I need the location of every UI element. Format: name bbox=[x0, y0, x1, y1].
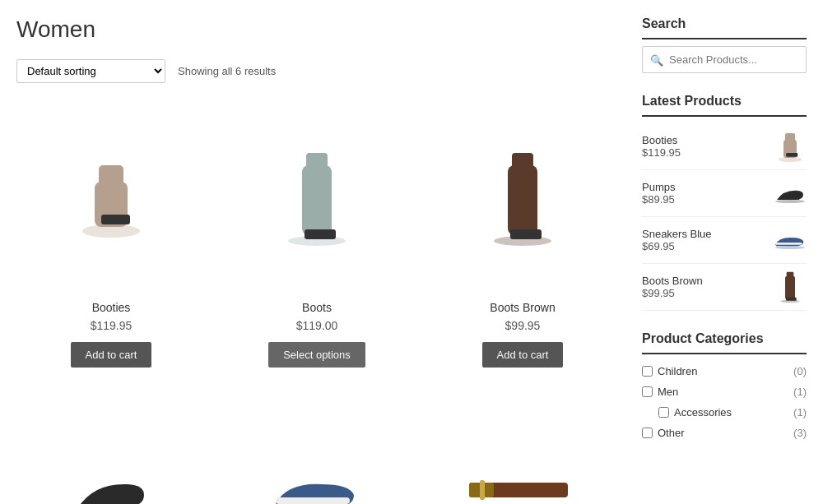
category-item[interactable]: Men(1) bbox=[642, 381, 807, 402]
product-categories-section: Product Categories Children(0)Men(1)Acce… bbox=[642, 331, 807, 443]
latest-product-name: Sneakers Blue bbox=[642, 228, 765, 240]
latest-product-thumbnail bbox=[774, 130, 807, 163]
svg-rect-7 bbox=[305, 229, 336, 239]
svg-rect-28 bbox=[785, 276, 795, 299]
svg-point-25 bbox=[775, 246, 805, 249]
latest-product-price: $69.95 bbox=[642, 240, 765, 252]
svg-rect-22 bbox=[786, 153, 797, 157]
search-section: Search 🔍 bbox=[642, 16, 807, 73]
category-item[interactable]: Accessories(1) bbox=[658, 402, 807, 423]
page-title: Women bbox=[16, 16, 617, 43]
latest-product-thumbnail bbox=[774, 177, 807, 210]
svg-rect-26 bbox=[775, 243, 802, 245]
svg-rect-10 bbox=[512, 153, 533, 173]
product-categories-heading: Product Categories bbox=[642, 331, 807, 354]
latest-product-item[interactable]: Boots Brown$99.95 bbox=[642, 264, 807, 311]
category-count: (3) bbox=[793, 427, 807, 439]
category-name: Other bbox=[658, 427, 685, 439]
category-count: (0) bbox=[793, 365, 807, 377]
category-checkbox[interactable] bbox=[642, 366, 653, 377]
latest-product-price: $89.95 bbox=[642, 193, 765, 206]
product-image bbox=[436, 400, 609, 504]
category-count: (1) bbox=[793, 386, 807, 398]
product-card: Boots$119.00Select options bbox=[222, 99, 412, 376]
product-name: Boots bbox=[230, 301, 403, 314]
product-image bbox=[25, 400, 198, 504]
categories-list: Children(0)Men(1)Accessories(1)Other(3) bbox=[642, 361, 807, 443]
category-name: Accessories bbox=[674, 406, 732, 418]
latest-product-price: $119.95 bbox=[642, 146, 765, 159]
latest-products-heading: Latest Products bbox=[642, 94, 807, 117]
sort-select[interactable]: Default sortingSort by popularitySort by… bbox=[16, 59, 165, 83]
product-card: Boots Brown$99.95Add to cart bbox=[428, 99, 617, 376]
svg-rect-29 bbox=[787, 272, 794, 279]
svg-rect-11 bbox=[510, 229, 542, 239]
search-icon: 🔍 bbox=[650, 53, 663, 66]
svg-rect-3 bbox=[101, 215, 130, 224]
svg-rect-15 bbox=[276, 497, 350, 504]
product-price: $99.95 bbox=[436, 319, 609, 332]
category-item[interactable]: Other(3) bbox=[642, 423, 807, 443]
search-input[interactable] bbox=[642, 46, 807, 73]
sort-bar: Default sortingSort by popularitySort by… bbox=[16, 59, 617, 83]
product-name: Boots Brown bbox=[436, 301, 609, 314]
svg-rect-2 bbox=[99, 165, 123, 190]
add-to-cart-button[interactable]: Add to cart bbox=[482, 342, 564, 368]
category-checkbox[interactable] bbox=[642, 428, 653, 438]
svg-point-23 bbox=[775, 200, 805, 203]
svg-rect-5 bbox=[302, 165, 332, 235]
main-content: Women Default sortingSort by popularityS… bbox=[16, 16, 642, 504]
category-count: (1) bbox=[793, 406, 807, 418]
products-grid: Booties$119.95Add to cartBoots$119.00Sel… bbox=[16, 99, 617, 504]
category-name: Men bbox=[658, 386, 678, 398]
latest-product-price: $99.95 bbox=[642, 287, 765, 299]
product-image bbox=[230, 108, 403, 289]
product-image bbox=[436, 108, 609, 289]
showing-results: Showing all 6 results bbox=[178, 65, 276, 77]
svg-rect-18 bbox=[480, 480, 485, 500]
category-checkbox[interactable] bbox=[642, 386, 653, 397]
latest-product-item[interactable]: Pumps$89.95 bbox=[642, 170, 807, 217]
product-price: $119.95 bbox=[25, 319, 198, 332]
product-card: Pumps$89.95Add to cart bbox=[16, 392, 206, 504]
category-checkbox[interactable] bbox=[658, 407, 669, 418]
latest-products-section: Latest Products Booties$119.95Pumps$89.9… bbox=[642, 94, 807, 311]
category-item[interactable]: Children(0) bbox=[642, 361, 807, 381]
product-name: Booties bbox=[25, 301, 198, 314]
latest-product-item[interactable]: Booties$119.95 bbox=[642, 123, 807, 170]
svg-rect-30 bbox=[786, 298, 797, 301]
product-image bbox=[25, 108, 198, 289]
add-to-cart-button[interactable]: Add to cart bbox=[71, 342, 152, 368]
product-card: Sneakers Blue$69.95Add to cart bbox=[222, 392, 412, 504]
product-image bbox=[230, 400, 403, 504]
latest-product-thumbnail bbox=[774, 224, 807, 257]
latest-products-list: Booties$119.95Pumps$89.95Sneakers Blue$6… bbox=[642, 123, 807, 311]
select-options-button[interactable]: Select options bbox=[268, 342, 365, 368]
search-heading: Search bbox=[642, 16, 807, 39]
product-card: Belt Brown$49.95Add to cart bbox=[428, 392, 617, 504]
sidebar: Search 🔍 Latest Products Booties$119.95P… bbox=[642, 16, 807, 504]
category-name: Children bbox=[658, 365, 697, 377]
svg-rect-6 bbox=[306, 153, 328, 173]
search-box: 🔍 bbox=[642, 46, 807, 73]
svg-rect-9 bbox=[508, 165, 537, 235]
latest-product-name: Booties bbox=[642, 134, 765, 146]
product-card: Booties$119.95Add to cart bbox=[16, 99, 206, 376]
svg-rect-21 bbox=[785, 133, 795, 143]
latest-product-item[interactable]: Sneakers Blue$69.95 bbox=[642, 217, 807, 264]
latest-product-thumbnail bbox=[774, 270, 807, 303]
latest-product-name: Boots Brown bbox=[642, 275, 765, 287]
product-price: $119.00 bbox=[230, 319, 403, 332]
latest-product-name: Pumps bbox=[642, 181, 765, 193]
